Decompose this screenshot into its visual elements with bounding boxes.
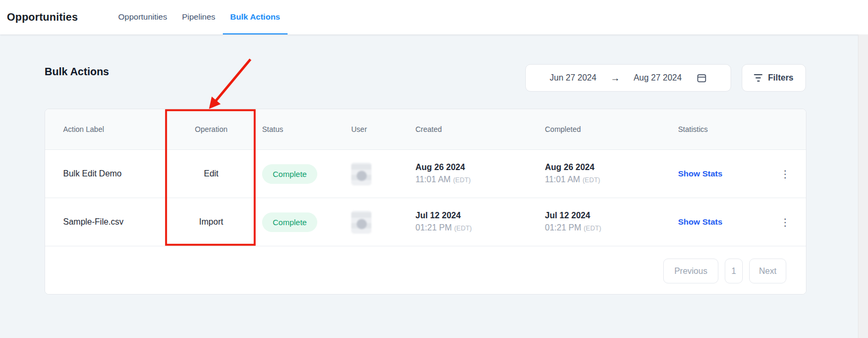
- completed-cell: Aug 26 2024 11:01 AM (EDT): [537, 161, 670, 186]
- created-timezone: (EDT): [453, 176, 471, 184]
- next-page-button[interactable]: Next: [749, 259, 786, 283]
- operation-cell: Import: [167, 217, 256, 227]
- tab-pipelines[interactable]: Pipelines: [175, 0, 223, 34]
- previous-page-button[interactable]: Previous: [663, 259, 718, 283]
- filters-button-label: Filters: [768, 73, 793, 83]
- created-cell: Jul 12 2024 01:21 PM (EDT): [398, 209, 537, 235]
- statistics-cell: Show Stats: [670, 169, 763, 179]
- row-actions-cell: ⋮: [763, 172, 806, 176]
- col-header-created: Created: [398, 125, 537, 134]
- filters-button[interactable]: Filters: [742, 64, 806, 92]
- col-header-completed: Completed: [537, 125, 670, 134]
- page-title: Opportunities: [0, 11, 78, 23]
- row-actions-cell: ⋮: [763, 220, 806, 224]
- bulk-actions-table: Action Label Operation Status User Creat…: [45, 109, 806, 295]
- table-header-row: Action Label Operation Status User Creat…: [45, 109, 806, 150]
- page-number-button[interactable]: 1: [725, 259, 743, 283]
- completed-timezone: (EDT): [584, 225, 601, 232]
- action-label-cell: Bulk Edit Demo: [45, 169, 167, 179]
- range-arrow-icon: →: [610, 73, 620, 84]
- status-cell: Complete: [256, 164, 348, 184]
- col-header-statistics: Statistics: [670, 125, 763, 134]
- status-cell: Complete: [256, 212, 348, 232]
- completed-time: 01:21 PM: [545, 223, 581, 232]
- date-range-picker[interactable]: Jun 27 2024 → Aug 27 2024: [525, 64, 731, 92]
- status-badge: Complete: [262, 164, 317, 184]
- show-stats-link[interactable]: Show Stats: [678, 169, 723, 178]
- kebab-menu-icon[interactable]: ⋮: [777, 172, 793, 176]
- user-avatar: [351, 163, 371, 185]
- date-to[interactable]: Aug 27 2024: [633, 73, 682, 83]
- completed-date: Jul 12 2024: [545, 209, 670, 221]
- created-date: Aug 26 2024: [415, 161, 537, 173]
- kebab-menu-icon[interactable]: ⋮: [777, 220, 793, 224]
- operation-cell: Edit: [167, 169, 256, 179]
- completed-time: 11:01 AM: [545, 175, 580, 184]
- filter-icon: [754, 74, 762, 82]
- annotation-arrow: [216, 59, 250, 101]
- col-header-status: Status: [256, 125, 348, 134]
- completed-timezone: (EDT): [583, 176, 600, 184]
- tab-bar: Opportunities Pipelines Bulk Actions: [111, 0, 288, 34]
- action-label-cell: Sample-File.csv: [45, 217, 167, 227]
- section-title: Bulk Actions: [45, 66, 109, 78]
- annotation-arrowhead: [210, 98, 219, 108]
- col-header-operation: Operation: [190, 124, 232, 135]
- col-header-user: User: [348, 125, 398, 134]
- user-cell: [348, 163, 398, 185]
- browser-scrollbar[interactable]: [858, 34, 868, 338]
- completed-date: Aug 26 2024: [545, 161, 670, 173]
- table-row: Bulk Edit Demo Edit Complete Aug 26 2024…: [45, 150, 806, 198]
- status-badge: Complete: [262, 212, 317, 232]
- completed-cell: Jul 12 2024 01:21 PM (EDT): [537, 209, 670, 235]
- created-time: 11:01 AM: [415, 175, 450, 184]
- calendar-icon: [697, 73, 707, 83]
- created-time: 01:21 PM: [415, 223, 452, 232]
- created-date: Jul 12 2024: [415, 209, 537, 221]
- date-from[interactable]: Jun 27 2024: [550, 73, 596, 83]
- created-timezone: (EDT): [454, 225, 472, 232]
- user-avatar: [351, 211, 371, 234]
- tab-bulk-actions[interactable]: Bulk Actions: [223, 0, 288, 34]
- statistics-cell: Show Stats: [670, 217, 763, 227]
- pagination: Previous 1 Next: [45, 246, 806, 295]
- table-row: Sample-File.csv Import Complete Jul 12 2…: [45, 198, 806, 246]
- tab-opportunities[interactable]: Opportunities: [111, 0, 175, 34]
- col-header-action-label: Action Label: [45, 125, 167, 134]
- top-bar: Opportunities Opportunities Pipelines Bu…: [0, 0, 868, 34]
- show-stats-link[interactable]: Show Stats: [678, 217, 723, 226]
- user-cell: [348, 211, 398, 234]
- created-cell: Aug 26 2024 11:01 AM (EDT): [398, 161, 537, 186]
